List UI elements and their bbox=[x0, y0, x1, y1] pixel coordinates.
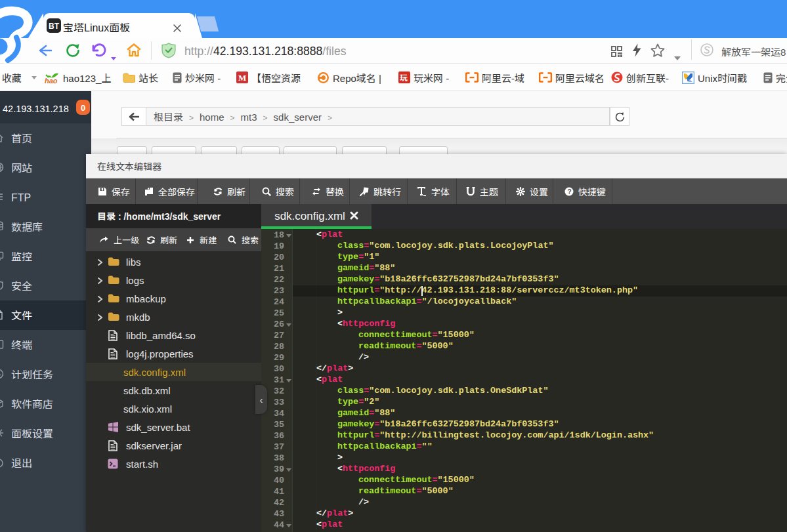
svg-text:hao: hao bbox=[45, 77, 58, 84]
svg-text:玩: 玩 bbox=[400, 72, 408, 83]
svg-text:M: M bbox=[238, 73, 246, 83]
svg-text:?: ? bbox=[568, 188, 572, 195]
